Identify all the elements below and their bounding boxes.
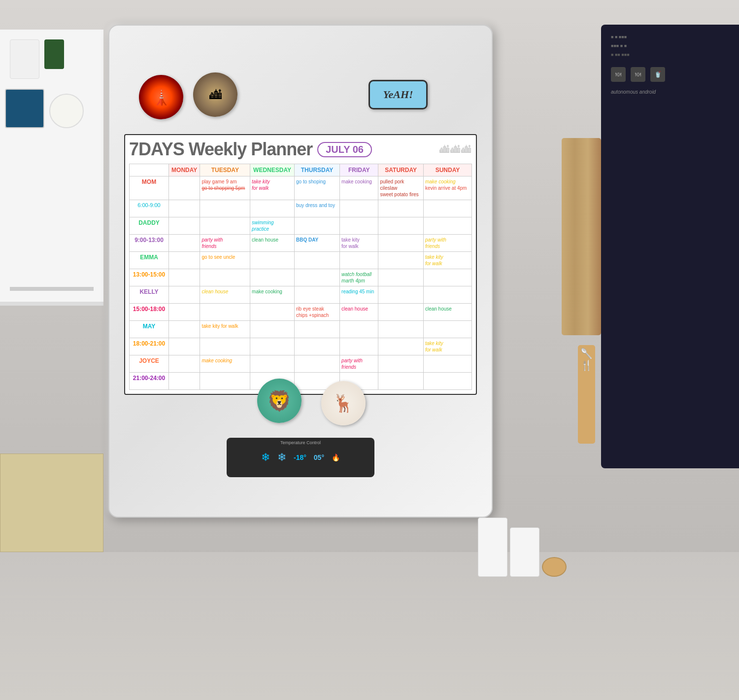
table-cell [295,338,340,355]
table-cell [295,269,340,286]
table-cell [423,355,471,373]
table-cell [423,269,471,286]
panel-icon-3: 🥤 [650,67,665,82]
table-cell: BBQ DAY [295,235,340,252]
table-cell [423,321,471,338]
table-row: 18:00-21:00 take kityfor walk [130,338,472,355]
col-header-sunday: SUNDAY [423,164,471,176]
temp-value-2: 05° [314,454,324,461]
cell-text: rib eye steakchips +spinach [296,306,329,318]
cell-text: take kityfor walk [425,254,443,266]
cell-text: make cooking [202,358,232,363]
cell-text: reading 45 min [341,289,374,294]
cell-text: swimmingpractice [252,220,273,232]
table-cell [169,286,200,304]
table-cell: take kityfor walk [423,252,471,269]
table-cell [340,338,378,355]
table-cell [378,321,423,338]
table-cell [169,200,200,217]
table-cell: party withfriends [200,235,250,252]
table-row: EMMA go to see uncle take kityfor walk [130,252,472,269]
table-row: 13:00-15:00 watch footballmarth 4pm [130,269,472,286]
snowflake-icon: ❄ [261,451,270,464]
cell-text: buy dress and toy [296,203,335,208]
col-header-tuesday: TUESDAY [200,164,250,176]
table-cell [169,176,200,200]
table-cell [169,304,200,321]
table-cell: make cooking [250,286,295,304]
table-cell [250,252,295,269]
table-row: MOM play game 9 amgo to shopping 5pm tak… [130,176,472,200]
shelf-left [0,30,103,306]
table-cell [250,338,295,355]
wooden-lid [542,557,567,577]
cell-text: watch footballmarth 4pm [341,272,371,283]
table-cell [169,338,200,355]
cell-text: make cooking [341,179,372,184]
panel-icon-2: 🍽 [631,67,645,82]
cell-text: clean house [202,289,228,294]
cal-date: JULY 06 [317,142,372,157]
cutting-board [562,138,601,335]
table-cell: play game 9 amgo to shopping 5pm [200,176,250,200]
col-header-saturday: SATURDAY [378,164,423,176]
table-cell [169,355,200,373]
table-row: DADDY swimmingpractice [130,217,472,235]
cell-text: kevin arrive at 4pm [425,185,467,191]
table-cell [423,217,471,235]
kitchen-containers [478,518,567,577]
magnet-yeah: YeAH! [369,80,428,109]
row-label-may: MAY [130,321,169,338]
table-cell [340,217,378,235]
row-label-mom: MOM [130,176,169,200]
temperature-control: Temperature Control ❄ ❄ -18° 05° 🔥 [227,438,374,477]
table-cell [295,286,340,304]
row-label-emma: EMMA [130,252,169,269]
cell-text: party withfriends [341,358,363,370]
table-cell [378,355,423,373]
container-2 [510,527,539,577]
table-cell: take kityfor walk [423,338,471,355]
table-cell [169,217,200,235]
table-cell [340,200,378,217]
floor-area [0,552,739,700]
cell-text-clean-house: clean house [252,237,278,243]
panel-text-2: ■■■ ■ ■ [611,43,729,48]
table-cell [378,373,423,390]
table-cell [295,321,340,338]
table-cell: clean house [423,304,471,321]
row-label-time2: 9:00-13:00 [130,235,169,252]
table-cell: take kity for walk [200,321,250,338]
cell-text: party withfriends [202,237,223,249]
cell-text-pulled-pork: pulled porkcileslawsweet potato fires [380,179,418,197]
table-cell [378,252,423,269]
table-cell: party withfriends [340,355,378,373]
panel-subtitle: autonomous android [611,89,729,95]
cell-text: take kityfor walk [252,179,270,191]
table-cell: take kityfor walk [340,235,378,252]
magnet-lion: 🦁 [257,379,302,423]
cell-text: party withfriends [425,237,446,249]
table-cell [250,355,295,373]
col-header-thursday: THURSDAY [295,164,340,176]
table-cell [378,235,423,252]
panel-text-1: ■ ■ ■■■ [611,35,729,39]
table-cell: swimmingpractice [250,217,295,235]
table-cell [378,269,423,286]
row-label-time4: 15:00-18:00 [130,304,169,321]
table-cell: go to shoping [295,176,340,200]
table-cell [200,338,250,355]
cell-text: play game 9 amgo to shopping 5pm [202,179,245,191]
table-cell [200,269,250,286]
table-cell [200,373,250,390]
temp-value-1: -18° [294,454,306,461]
table-cell: party withfriends [423,235,471,252]
table-cell [169,269,200,286]
table-cell [169,252,200,269]
cell-text: clean house [341,306,368,312]
table-row: JOYCE make cooking party withfriends [130,355,472,373]
table-cell [378,286,423,304]
magnet-moose: 🦌 [321,381,366,425]
table-cell [169,235,200,252]
table-cell [423,200,471,217]
